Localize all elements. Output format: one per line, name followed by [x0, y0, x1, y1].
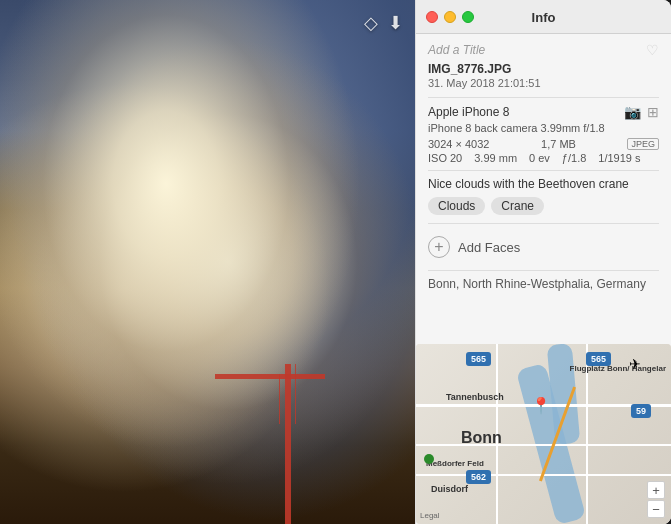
exif-focal: 3.99 mm — [474, 152, 517, 164]
add-title-row: Add a Title ♡ — [428, 42, 659, 58]
exif-aperture: ƒ/1.8 — [562, 152, 586, 164]
minimize-button[interactable] — [444, 11, 456, 23]
crane-cable-1 — [279, 374, 280, 424]
title-bar: Info — [416, 0, 671, 34]
photo-toolbar: ◇ ⬇ — [364, 12, 403, 34]
map-duisdorf-label: Duisdorf — [431, 484, 468, 494]
map-flughafen-label: Flugplatz Bonn/ Hangelar — [570, 364, 666, 374]
bookmark-icon[interactable]: ◇ — [364, 12, 378, 34]
add-faces-label: Add Faces — [458, 240, 520, 255]
date-text: 31. May 2018 21:01:51 — [428, 77, 659, 89]
file-size: 1,7 MB — [541, 138, 576, 150]
map-messdorf-label: Meßdorfer Feld — [426, 459, 484, 468]
camera-row: Apple iPhone 8 📷 ⊞ — [428, 104, 659, 120]
add-faces-row[interactable]: + Add Faces — [428, 230, 659, 264]
exif-shutter: 1/1919 s — [598, 152, 640, 164]
divider-4 — [428, 270, 659, 271]
lens-text: iPhone 8 back camera 3.99mm f/1.8 — [428, 122, 659, 134]
airplane-icon: ✈ — [629, 356, 641, 372]
divider-3 — [428, 223, 659, 224]
heart-icon[interactable]: ♡ — [646, 42, 659, 58]
info-panel: Info Add a Title ♡ IMG_8776.JPG 31. May … — [415, 0, 671, 524]
camera-icon: 📷 — [624, 104, 641, 120]
divider-1 — [428, 97, 659, 98]
crane-vertical — [285, 364, 291, 524]
exif-iso: ISO 20 — [428, 152, 462, 164]
route-badge-59: 59 — [631, 404, 651, 418]
route-badge-565-2: 565 — [586, 352, 611, 366]
road-h2 — [416, 444, 671, 446]
add-title-placeholder[interactable]: Add a Title — [428, 43, 485, 57]
dimensions-row: 3024 × 4032 1,7 MB JPEG — [428, 138, 659, 150]
map-tannenbusch-label: Tannenbusch — [446, 392, 504, 402]
download-icon[interactable]: ⬇ — [388, 12, 403, 34]
map-zoom-out[interactable]: − — [647, 500, 665, 518]
camera-name: Apple iPhone 8 — [428, 105, 509, 119]
route-badge-562: 562 — [466, 470, 491, 484]
map-zoom-controls: + − — [647, 481, 665, 518]
window-controls — [426, 11, 474, 23]
plus-icon: + — [434, 238, 443, 256]
camera-icons: 📷 ⊞ — [624, 104, 659, 120]
map-green-dot — [424, 454, 434, 464]
dimensions-text: 3024 × 4032 — [428, 138, 489, 150]
format-badge: JPEG — [627, 138, 659, 150]
photo-panel: ◇ ⬇ — [0, 0, 415, 524]
tags-row: Clouds Crane — [428, 197, 659, 215]
exif-ev: 0 ev — [529, 152, 550, 164]
maximize-button[interactable] — [462, 11, 474, 23]
divider-2 — [428, 170, 659, 171]
description-text: Nice clouds with the Beethoven crane — [428, 177, 659, 191]
panel-title: Info — [532, 10, 556, 25]
map-pin: 📍 — [531, 396, 551, 415]
location-text: Bonn, North Rhine-Westphalia, Germany — [428, 277, 659, 291]
map-legal: Legal — [420, 511, 440, 520]
info-content: Add a Title ♡ IMG_8776.JPG 31. May 2018 … — [416, 34, 671, 344]
crane-cable-2 — [295, 364, 296, 424]
tag-clouds[interactable]: Clouds — [428, 197, 485, 215]
filename: IMG_8776.JPG — [428, 62, 659, 76]
crane-horizontal — [215, 374, 325, 379]
map-zoom-in[interactable]: + — [647, 481, 665, 499]
photo-background — [0, 0, 415, 524]
exif-row: ISO 20 3.99 mm 0 ev ƒ/1.8 1/1919 s — [428, 152, 659, 164]
map-container: Bonn Tannenbusch Meßdorfer Feld Duisdorf… — [416, 344, 671, 524]
crane-graphic — [235, 344, 355, 524]
map-bonn-label: Bonn — [461, 429, 502, 447]
close-button[interactable] — [426, 11, 438, 23]
route-badge-565-1: 565 — [466, 352, 491, 366]
add-faces-circle-icon: + — [428, 236, 450, 258]
grid-icon: ⊞ — [647, 104, 659, 120]
tag-crane[interactable]: Crane — [491, 197, 544, 215]
